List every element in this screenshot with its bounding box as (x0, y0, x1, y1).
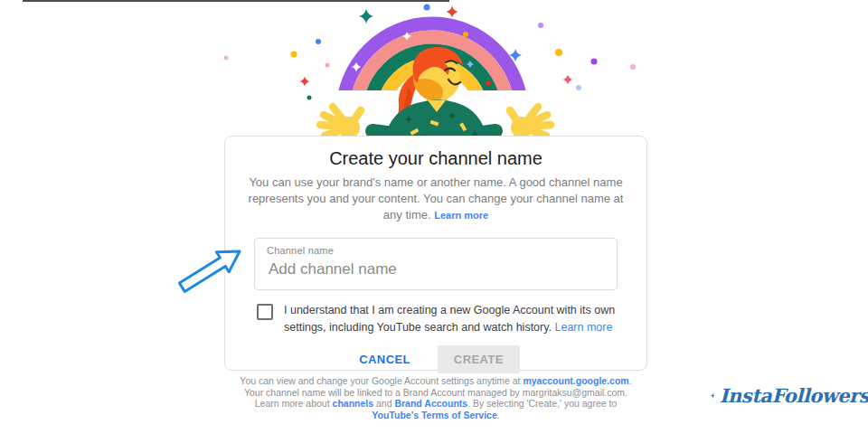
arrow-annotation-icon (175, 233, 251, 301)
consent-learn-more-link[interactable]: Learn more (555, 321, 613, 334)
footer-text: and (373, 398, 394, 409)
footer-text: . By selecting 'Create,' you agree to (467, 398, 617, 409)
channel-name-label: Channel name (267, 245, 605, 256)
footer-legal-text: You can view and change your Google Acco… (237, 375, 635, 420)
consent-checkbox[interactable] (257, 304, 273, 320)
brand-accounts-link[interactable]: Brand Accounts (394, 398, 467, 409)
footer-text: You can view and change your Google Acco… (240, 375, 523, 386)
channel-name-input[interactable] (267, 259, 609, 279)
page-title: Create your channel name (225, 147, 646, 169)
subtitle-learn-more-link[interactable]: Learn more (434, 210, 488, 221)
dialog-actions: CANCEL CREATE (225, 345, 646, 373)
instafollowers-watermark: InstaFollowers (711, 371, 868, 420)
myaccount-link[interactable]: myaccount.google.com (523, 375, 628, 386)
instafollowers-star-icon (711, 374, 715, 418)
terms-of-service-link[interactable]: YouTube's Terms of Service (372, 410, 496, 420)
create-channel-dialog: Create your channel name You can use you… (224, 136, 647, 371)
create-button[interactable]: CREATE (438, 345, 520, 373)
cancel-button[interactable]: CANCEL (352, 346, 418, 373)
dialog-subtitle: You can use your brand's name or another… (238, 175, 634, 223)
channel-name-field-container[interactable]: Channel name (254, 238, 618, 290)
consent-label: I understand that I am creating a new Go… (284, 302, 616, 336)
instafollowers-logo-text: InstaFollowers (720, 384, 868, 407)
consent-row: I understand that I am creating a new Go… (257, 302, 616, 336)
footer-text: . (497, 410, 500, 420)
channels-link[interactable]: channels (333, 398, 374, 409)
rainbow-illustration (0, 0, 868, 146)
